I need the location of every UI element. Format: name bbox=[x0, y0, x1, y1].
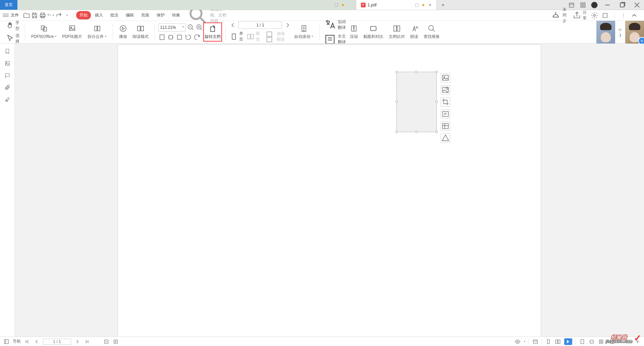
print-icon[interactable] bbox=[39, 12, 46, 19]
avatar-panel[interactable]: 中❯ ✎ bbox=[596, 21, 644, 44]
close-tab-icon[interactable]: ✕ bbox=[428, 3, 432, 7]
pdf-to-image-button[interactable]: PDF转图片 bbox=[59, 24, 85, 40]
menu-tab-page[interactable]: 页面 bbox=[138, 11, 153, 19]
zoom-out-status-icon[interactable] bbox=[103, 339, 109, 345]
comment-icon[interactable] bbox=[4, 72, 10, 78]
edit-image-icon[interactable] bbox=[441, 85, 450, 95]
auto-scroll-button[interactable]: 自动滚动 bbox=[291, 24, 316, 40]
redo-icon[interactable] bbox=[55, 12, 62, 19]
share-button[interactable]: 分享 bbox=[573, 10, 587, 21]
nav-label[interactable]: 导航 bbox=[13, 339, 21, 344]
fit-width-icon[interactable] bbox=[167, 34, 174, 41]
doc-compare-button[interactable]: 文档比对 bbox=[386, 24, 408, 40]
tab-blank[interactable]: ☐ bbox=[17, 0, 356, 10]
ocr-icon[interactable] bbox=[441, 109, 450, 119]
zoom-in-status-icon[interactable] bbox=[113, 339, 119, 345]
collapse-ribbon-icon[interactable] bbox=[631, 12, 638, 19]
extract-icon[interactable] bbox=[441, 121, 450, 131]
zoom-out-icon[interactable] bbox=[187, 24, 195, 31]
open-icon[interactable] bbox=[23, 12, 30, 19]
svg-rect-5 bbox=[620, 3, 624, 7]
canvas[interactable] bbox=[15, 44, 644, 337]
menu-bar: 文件 开始 插入 批注 编辑 页面 保护 转换 查找功能、文档内容 未同步 分享… bbox=[0, 10, 644, 21]
layout-icon[interactable] bbox=[532, 339, 538, 345]
save-icon[interactable] bbox=[31, 12, 38, 19]
find-replace-button[interactable]: 查找替换 bbox=[421, 24, 442, 40]
zoom-in-icon[interactable] bbox=[196, 24, 203, 31]
read-mode-button[interactable]: 阅读模式 bbox=[130, 24, 151, 40]
dual-view-icon[interactable] bbox=[555, 339, 561, 345]
zoom-slider-thumb[interactable] bbox=[627, 339, 631, 344]
menu-tab-convert[interactable]: 转换 bbox=[169, 11, 183, 19]
separator bbox=[614, 12, 614, 18]
bookmark-icon[interactable] bbox=[4, 48, 10, 54]
tab-active-document[interactable]: P 1.pdf ▢ ✕ bbox=[356, 0, 437, 10]
actual-size-status-icon[interactable] bbox=[598, 339, 604, 345]
play-button[interactable]: 播放 bbox=[116, 24, 130, 40]
menu-tab-annotate[interactable]: 批注 bbox=[107, 11, 122, 19]
skin-icon[interactable] bbox=[601, 12, 609, 19]
prev-page-icon[interactable] bbox=[229, 21, 236, 29]
next-page-icon[interactable] bbox=[284, 21, 291, 29]
signature-icon[interactable] bbox=[4, 97, 10, 103]
outline-panel-icon[interactable] bbox=[3, 339, 9, 345]
menu-tab-protect[interactable]: 保护 bbox=[153, 11, 168, 19]
fit-page-icon[interactable] bbox=[158, 34, 166, 41]
delete-icon[interactable] bbox=[441, 133, 450, 143]
word-translate-button[interactable]: 划词翻译 bbox=[323, 18, 347, 31]
selection-box[interactable] bbox=[396, 72, 437, 132]
actual-size-icon[interactable] bbox=[176, 34, 183, 41]
zoom-plus-icon[interactable] bbox=[635, 339, 641, 345]
speech-icon[interactable]: ▢ bbox=[415, 2, 419, 7]
zoom-combo[interactable]: 112.21% bbox=[158, 23, 186, 32]
menu-tab-start[interactable]: 开始 bbox=[76, 11, 91, 19]
read-aloud-button[interactable]: 朗读 bbox=[408, 24, 421, 40]
menu-tab-insert[interactable]: 插入 bbox=[92, 11, 106, 19]
next-page-icon[interactable] bbox=[74, 339, 80, 345]
last-page-icon[interactable] bbox=[84, 339, 90, 345]
separator bbox=[542, 339, 542, 344]
screenshot-compare-button[interactable]: 截图和对比 bbox=[361, 24, 386, 40]
notification-dot-icon bbox=[422, 4, 424, 6]
more-icon[interactable]: ⋮ bbox=[620, 12, 627, 19]
single-view-icon[interactable] bbox=[545, 339, 551, 345]
dual-page-button[interactable]: 双页 bbox=[246, 31, 261, 42]
page-number-input[interactable]: 1 / 1 bbox=[238, 21, 282, 29]
new-tab-button[interactable]: + bbox=[437, 0, 449, 10]
compress-button[interactable]: 压缩 bbox=[347, 24, 361, 40]
split-merge-button[interactable]: 拆分合并 bbox=[85, 24, 109, 40]
continuous-button[interactable]: 连续阅读 bbox=[263, 31, 286, 43]
hand-tool[interactable]: 手型 bbox=[6, 20, 20, 32]
file-menu[interactable]: 文件 bbox=[11, 12, 19, 18]
single-page-button[interactable]: 单页 bbox=[229, 31, 245, 42]
tab-home[interactable]: 首页 bbox=[0, 0, 17, 10]
insert-image-icon[interactable] bbox=[441, 73, 450, 82]
rotate-document-button[interactable]: 旋转文档 bbox=[203, 22, 222, 42]
settings-icon[interactable] bbox=[591, 12, 598, 19]
select-tool[interactable]: 选择 bbox=[6, 33, 20, 44]
attachment-icon[interactable] bbox=[4, 84, 10, 91]
eye-icon[interactable] bbox=[515, 339, 521, 345]
hamburger-icon[interactable] bbox=[3, 14, 9, 17]
separator bbox=[576, 339, 576, 344]
fit-page-status-icon[interactable] bbox=[579, 339, 585, 345]
avatar-switch[interactable]: 中❯ bbox=[615, 21, 625, 44]
floating-toolbar bbox=[441, 73, 450, 143]
fullscreen-play-button[interactable] bbox=[564, 338, 572, 345]
eye-dropdown-icon[interactable]: ▾ bbox=[524, 340, 525, 343]
svg-rect-37 bbox=[5, 61, 9, 65]
pdf-to-office-button[interactable]: PDF转Office bbox=[29, 24, 59, 40]
avatar-1 bbox=[596, 21, 615, 44]
status-page-input[interactable]: 1 / 1 bbox=[43, 339, 71, 345]
thumbnail-icon[interactable] bbox=[4, 60, 10, 66]
undo-icon[interactable] bbox=[47, 12, 54, 19]
prev-page-icon[interactable] bbox=[34, 339, 40, 345]
crop-icon[interactable] bbox=[441, 97, 450, 107]
rotate-right-icon[interactable] bbox=[193, 34, 201, 41]
menu-tab-edit[interactable]: 编辑 bbox=[122, 11, 137, 19]
rotate-left-icon[interactable] bbox=[184, 34, 192, 41]
first-page-icon[interactable] bbox=[24, 339, 30, 345]
fit-width-status-icon[interactable] bbox=[589, 339, 595, 345]
zoom-percentage[interactable]: 112% bbox=[607, 339, 618, 344]
quickaccess-dropdown[interactable] bbox=[63, 12, 70, 19]
